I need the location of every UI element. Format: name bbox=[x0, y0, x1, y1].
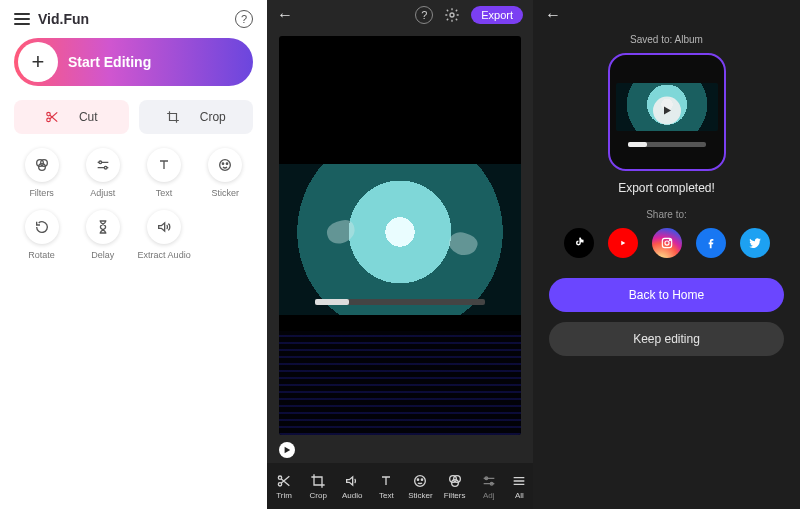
crop-icon bbox=[310, 473, 326, 489]
adjust-icon bbox=[86, 148, 120, 182]
brand-row: Vid.Fun bbox=[14, 11, 89, 27]
tool-label: Text bbox=[156, 188, 173, 198]
share-instagram[interactable] bbox=[652, 228, 682, 258]
filters-icon bbox=[25, 148, 59, 182]
back-icon[interactable]: ← bbox=[277, 6, 293, 24]
svg-point-13 bbox=[415, 475, 426, 486]
text-icon bbox=[378, 473, 394, 489]
play-row bbox=[267, 441, 533, 463]
editor-panel: ← ? Export Trim Crop Audio bbox=[267, 0, 533, 509]
tool-text[interactable]: Text bbox=[137, 148, 192, 198]
svg-point-0 bbox=[47, 112, 51, 116]
home-header: Vid.Fun ? bbox=[14, 10, 253, 28]
svg-point-23 bbox=[669, 240, 670, 241]
play-icon bbox=[662, 106, 672, 116]
toolbar-label: All bbox=[515, 491, 524, 500]
tool-label: Rotate bbox=[28, 250, 55, 260]
tool-label: Sticker bbox=[212, 188, 240, 198]
toolbar-adjust[interactable]: Adj bbox=[472, 473, 506, 500]
tool-delay[interactable]: Delay bbox=[75, 210, 130, 260]
toolbar-label: Trim bbox=[276, 491, 292, 500]
share-facebook[interactable] bbox=[696, 228, 726, 258]
all-icon bbox=[511, 473, 527, 489]
share-row bbox=[533, 228, 800, 258]
back-to-home-button[interactable]: Back to Home bbox=[549, 278, 784, 312]
saved-to-label: Saved to: Album bbox=[533, 34, 800, 45]
export-label: Export bbox=[481, 9, 513, 21]
svg-point-1 bbox=[47, 118, 51, 122]
back-icon[interactable]: ← bbox=[545, 6, 561, 24]
svg-point-22 bbox=[664, 241, 668, 245]
help-icon[interactable]: ? bbox=[235, 10, 253, 28]
svg-point-14 bbox=[418, 479, 419, 480]
start-editing-button[interactable]: + Start Editing bbox=[14, 38, 253, 86]
facebook-icon bbox=[704, 236, 718, 250]
editor-header-right: ? Export bbox=[415, 6, 523, 24]
svg-point-8 bbox=[223, 163, 224, 164]
extract-audio-icon bbox=[147, 210, 181, 244]
crop-button[interactable]: Crop bbox=[139, 100, 254, 134]
tool-rotate[interactable]: Rotate bbox=[14, 210, 69, 260]
toolbar-trim[interactable]: Trim bbox=[267, 473, 301, 500]
export-thumbnail[interactable] bbox=[608, 53, 726, 171]
tool-adjust[interactable]: Adjust bbox=[75, 148, 130, 198]
home-panel: Vid.Fun ? + Start Editing Cut Crop Filte… bbox=[0, 0, 267, 509]
share-to-label: Share to: bbox=[533, 209, 800, 220]
tool-filters[interactable]: Filters bbox=[14, 148, 69, 198]
tool-label: Extract Audio bbox=[138, 250, 191, 260]
preview-frame bbox=[279, 164, 521, 316]
settings-icon[interactable] bbox=[443, 6, 461, 24]
instagram-icon bbox=[660, 236, 674, 250]
toolbar-label: Crop bbox=[309, 491, 326, 500]
toolbar-crop[interactable]: Crop bbox=[301, 473, 335, 500]
tool-sticker[interactable]: Sticker bbox=[198, 148, 253, 198]
svg-point-7 bbox=[220, 160, 231, 171]
start-editing-label: Start Editing bbox=[68, 54, 151, 70]
thumbnail-play-button[interactable] bbox=[653, 97, 681, 125]
svg-point-9 bbox=[227, 163, 228, 164]
toolbar-filters[interactable]: Filters bbox=[438, 473, 472, 500]
thumbnail-progress bbox=[628, 142, 706, 147]
editor-toolbar: Trim Crop Audio Text Sticker Filters Adj bbox=[267, 463, 533, 509]
youtube-icon bbox=[616, 236, 630, 250]
menu-icon[interactable] bbox=[14, 13, 30, 25]
help-icon[interactable]: ? bbox=[415, 6, 433, 24]
share-tiktok[interactable] bbox=[564, 228, 594, 258]
plus-icon: + bbox=[18, 42, 58, 82]
tool-label: Filters bbox=[29, 188, 54, 198]
svg-point-11 bbox=[278, 476, 281, 479]
tool-extract-audio[interactable]: Extract Audio bbox=[137, 210, 192, 260]
toolbar-label: Filters bbox=[444, 491, 466, 500]
export-button[interactable]: Export bbox=[471, 6, 523, 24]
toolbar-label: Text bbox=[379, 491, 394, 500]
timeline-waveform bbox=[279, 331, 521, 435]
video-preview[interactable] bbox=[279, 36, 521, 435]
crop-icon bbox=[166, 110, 180, 124]
sticker-icon bbox=[412, 473, 428, 489]
toolbar-sticker[interactable]: Sticker bbox=[403, 473, 437, 500]
svg-point-12 bbox=[278, 482, 281, 485]
filters-icon bbox=[447, 473, 463, 489]
cut-button[interactable]: Cut bbox=[14, 100, 129, 134]
toolbar-all[interactable]: All bbox=[506, 473, 533, 500]
toolbar-audio[interactable]: Audio bbox=[335, 473, 369, 500]
share-youtube[interactable] bbox=[608, 228, 638, 258]
svg-point-10 bbox=[450, 13, 454, 17]
toolbar-text[interactable]: Text bbox=[369, 473, 403, 500]
app-title: Vid.Fun bbox=[38, 11, 89, 27]
export-header: ← bbox=[533, 0, 800, 30]
export-complete-label: Export completed! bbox=[533, 181, 800, 195]
keep-editing-label: Keep editing bbox=[633, 332, 700, 346]
tool-label: Adjust bbox=[90, 188, 115, 198]
scissors-icon bbox=[276, 473, 292, 489]
share-twitter[interactable] bbox=[740, 228, 770, 258]
tool-label: Delay bbox=[91, 250, 114, 260]
toolbar-label: Sticker bbox=[408, 491, 432, 500]
text-icon bbox=[147, 148, 181, 182]
toolbar-label: Adj bbox=[483, 491, 495, 500]
keep-editing-button[interactable]: Keep editing bbox=[549, 322, 784, 356]
play-button[interactable] bbox=[279, 442, 295, 458]
svg-point-4 bbox=[38, 164, 45, 171]
play-icon bbox=[283, 446, 291, 454]
delay-icon bbox=[86, 210, 120, 244]
